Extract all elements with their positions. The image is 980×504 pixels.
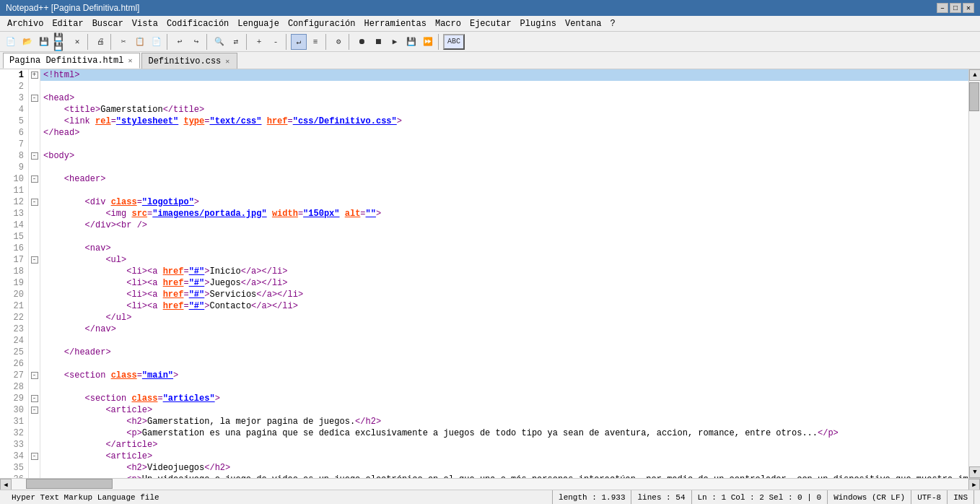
stop-button[interactable]: ⏹ (370, 34, 386, 50)
code-line[interactable]: <h2>Gamerstation, la mejor pagina de jue… (40, 416, 968, 427)
menu-codificacion[interactable]: Codificación (162, 17, 233, 30)
code-line[interactable]: </ul> (40, 312, 968, 323)
new-button[interactable]: 📄 (3, 34, 19, 50)
code-line[interactable]: <article> (40, 404, 968, 416)
code-line[interactable]: <li><a href="#">Servicios</a></li> (40, 289, 968, 300)
code-line[interactable]: <body> (40, 150, 968, 162)
code-line[interactable] (40, 381, 968, 393)
scroll-left-button[interactable]: ◀ (0, 479, 12, 490)
settings-button[interactable]: ⚙ (331, 34, 346, 50)
fold-indicator[interactable]: - (29, 254, 40, 266)
cut-button[interactable]: ✂ (115, 34, 131, 50)
scroll-track-v[interactable] (969, 81, 980, 466)
code-line[interactable] (40, 185, 968, 196)
print-button[interactable]: 🖨 (92, 34, 108, 50)
code-line[interactable]: <!html> (40, 69, 968, 81)
menu-configuracion[interactable]: Configuración (284, 17, 360, 30)
redo-button[interactable]: ↪ (188, 34, 204, 50)
tab-css[interactable]: Definitivo.css ✕ (141, 53, 237, 69)
code-line[interactable]: <li><a href="#">Contacto</a></li> (40, 300, 968, 312)
code-line[interactable] (40, 335, 968, 347)
find-button[interactable]: 🔍 (211, 34, 227, 50)
code-line[interactable]: </header> (40, 347, 968, 358)
menu-ventana[interactable]: Ventana (561, 17, 605, 30)
code-line[interactable] (40, 139, 968, 150)
code-line[interactable]: <h2>Videojuegos</h2> (40, 462, 968, 474)
code-line[interactable]: </nav> (40, 323, 968, 335)
menu-macro[interactable]: Macro (431, 17, 465, 30)
scroll-down-button[interactable]: ▼ (969, 466, 980, 478)
code-line[interactable]: </article> (40, 439, 968, 451)
code-line[interactable]: <header> (40, 173, 968, 185)
scroll-thumb-v[interactable] (969, 82, 979, 111)
code-line[interactable]: <p>Gamerstation es una pagina que se ded… (40, 427, 968, 439)
code-rows[interactable]: 1234567891011121314151617181920212223242… (0, 69, 980, 478)
menu-editar[interactable]: Editar (48, 17, 87, 30)
code-line[interactable]: <section class="main"> (40, 370, 968, 381)
code-line[interactable] (40, 358, 968, 370)
fold-indicator[interactable]: - (29, 393, 40, 404)
menu-lenguaje[interactable]: Lenguaje (233, 17, 284, 30)
fold-indicator[interactable]: - (29, 196, 40, 208)
code-line[interactable]: </div><br /> (40, 220, 968, 231)
code-line[interactable]: <link rel="stylesheet" type="text/css" h… (40, 116, 968, 127)
code-line[interactable]: <img src="imagenes/portada.jpg" width="1… (40, 208, 968, 220)
menu-ejecutar[interactable]: Ejecutar (465, 17, 516, 30)
fold-indicator[interactable]: + (29, 69, 40, 81)
code-line[interactable]: <head> (40, 92, 968, 104)
code-line[interactable] (40, 231, 968, 243)
scroll-thumb-h[interactable] (26, 479, 113, 489)
paste-button[interactable]: 📄 (149, 34, 165, 50)
tab-html[interactable]: Pagina Definitiva.html ✕ (3, 53, 140, 69)
code-line[interactable]: <div class="logotipo"> (40, 196, 968, 208)
maximize-button[interactable]: □ (950, 3, 961, 13)
fold-indicator[interactable]: - (29, 92, 40, 104)
code-line[interactable]: <li><a href="#">Juegos</a></li> (40, 277, 968, 289)
code-line[interactable]: <nav> (40, 243, 968, 254)
menu-herramientas[interactable]: Herramientas (360, 17, 431, 30)
record-button[interactable]: ⏺ (354, 34, 369, 50)
menu-archivo[interactable]: Archivo (3, 17, 48, 30)
play-button[interactable]: ▶ (387, 34, 403, 50)
fold-indicator[interactable]: - (29, 404, 40, 416)
fold-indicator[interactable]: - (29, 150, 40, 162)
scrollbar-vertical[interactable]: ▲ ▼ (968, 69, 980, 478)
code-line[interactable]: <li><a href="#">Inicio</a></li> (40, 266, 968, 277)
word-wrap-button[interactable]: ↵ (291, 34, 307, 50)
code-line[interactable] (40, 162, 968, 173)
close-button2[interactable]: ✕ (69, 34, 85, 50)
menu-help[interactable]: ? (605, 17, 619, 30)
menu-vista[interactable]: Vista (128, 17, 162, 30)
scroll-track-h[interactable] (12, 479, 968, 490)
zoom-in-button[interactable]: + (251, 34, 267, 50)
replace-button[interactable]: ⇄ (228, 34, 244, 50)
minimize-button[interactable]: – (937, 3, 948, 13)
save-all-button[interactable]: 💾💾 (53, 34, 69, 50)
code-line[interactable]: <ul> (40, 254, 968, 266)
code-line[interactable]: <title>Gamerstation</title> (40, 104, 968, 116)
code-line[interactable] (40, 81, 968, 92)
close-button[interactable]: ✕ (963, 3, 974, 13)
tab-css-close[interactable]: ✕ (224, 57, 231, 66)
code-line[interactable]: <article> (40, 451, 968, 462)
open-button[interactable]: 📂 (19, 34, 35, 50)
code-line[interactable]: <section class="articles"> (40, 393, 968, 404)
save-button[interactable]: 💾 (36, 34, 52, 50)
menu-plugins[interactable]: Plugins (516, 17, 561, 30)
run-macro-button[interactable]: ⏩ (420, 34, 436, 50)
save-macro-button[interactable]: 💾 (403, 34, 419, 50)
fold-indicator[interactable]: - (29, 370, 40, 381)
copy-button[interactable]: 📋 (132, 34, 148, 50)
code-content[interactable]: <!html> <head> <title>Gamerstation</titl… (40, 69, 968, 478)
code-line[interactable]: </head> (40, 127, 968, 139)
tab-html-close[interactable]: ✕ (126, 56, 134, 65)
menu-buscar[interactable]: Buscar (88, 17, 128, 30)
abc-button[interactable]: ABC (443, 34, 465, 50)
scroll-up-button[interactable]: ▲ (969, 69, 980, 81)
fold-indicator[interactable]: - (29, 173, 40, 185)
zoom-out-button[interactable]: - (268, 34, 284, 50)
fold-indicator[interactable]: - (29, 451, 40, 462)
undo-button[interactable]: ↩ (172, 34, 188, 50)
format-button[interactable]: ≡ (307, 34, 323, 50)
scroll-right-button[interactable]: ▶ (968, 479, 980, 490)
